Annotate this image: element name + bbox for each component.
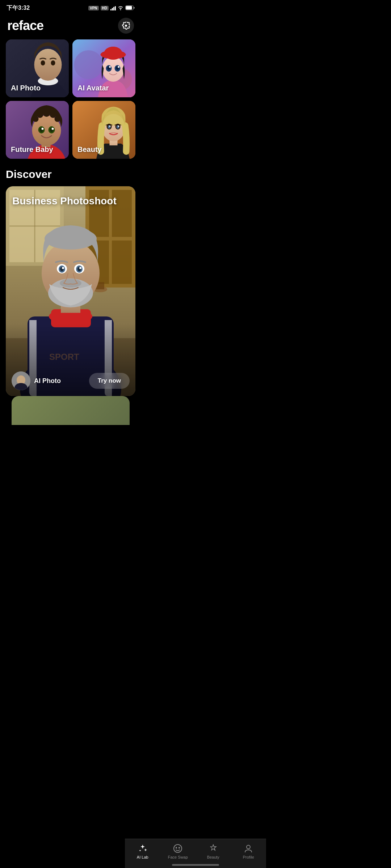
gear-icon [122, 22, 130, 30]
discover-card-business[interactable]: SPORT Business Photoshoot AI Photo Try n… [6, 186, 135, 396]
beauty-card[interactable]: Beauty [72, 101, 135, 159]
future-baby-card[interactable]: Future Baby [6, 101, 69, 159]
wifi-icon [118, 5, 123, 11]
hd-badge: HD [101, 6, 109, 10]
battery-icon [125, 5, 135, 11]
status-bar: 下午3:32 VPN HD [0, 0, 141, 15]
vpn-badge: VPN [88, 6, 99, 10]
svg-rect-1 [126, 6, 132, 9]
ai-photo-card[interactable]: AI Photo [6, 39, 69, 97]
feature-grid: AI Photo [0, 39, 141, 159]
source-avatar-image [12, 371, 30, 390]
future-baby-label-container: Future Baby [6, 101, 69, 159]
ai-photo-label: AI Photo [11, 84, 41, 92]
discover-title: Discover [6, 168, 135, 180]
app-header: reface [0, 15, 141, 39]
status-icons: VPN HD [88, 5, 135, 11]
discover-card-title-container: Business Photoshoot [12, 195, 117, 207]
next-card-preview[interactable] [12, 396, 130, 425]
svg-point-76 [79, 267, 81, 269]
card-source: AI Photo [12, 371, 61, 390]
svg-rect-56 [112, 241, 132, 284]
status-time: 下午3:32 [7, 4, 30, 12]
ai-avatar-label-container: AI Avatar [72, 39, 135, 97]
svg-point-66 [45, 228, 97, 250]
future-baby-label: Future Baby [11, 145, 53, 154]
next-card-preview-bg [12, 396, 130, 425]
svg-point-75 [62, 267, 64, 269]
app-logo: reface [7, 18, 43, 33]
source-avatar [12, 371, 30, 390]
ai-avatar-card[interactable]: AI Avatar [72, 39, 135, 97]
try-now-button[interactable]: Try now [89, 373, 130, 389]
source-label: AI Photo [34, 377, 61, 385]
beauty-label-container: Beauty [72, 101, 135, 159]
settings-button[interactable] [118, 18, 134, 34]
discover-card-title: Business Photoshoot [12, 195, 117, 207]
discover-section: Discover [0, 162, 141, 429]
beauty-label: Beauty [77, 145, 102, 154]
ai-avatar-label: AI Avatar [77, 84, 109, 92]
svg-point-68 [60, 279, 81, 288]
signal-icon [110, 6, 116, 10]
discover-card-bottom: AI Photo Try now [12, 371, 130, 390]
ai-photo-label-container: AI Photo [6, 39, 69, 97]
